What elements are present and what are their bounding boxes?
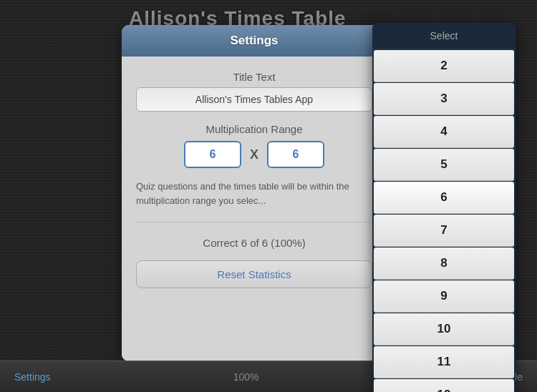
select-item-6[interactable]: 6: [374, 182, 514, 214]
select-item-5[interactable]: 5: [374, 149, 514, 181]
range-to-input[interactable]: [267, 141, 324, 168]
select-item-4[interactable]: 4: [374, 116, 514, 148]
divider: [136, 222, 372, 222]
title-text-input[interactable]: [136, 87, 372, 112]
zoom-level: 100%: [233, 371, 259, 383]
title-text-section: Title Text: [136, 71, 372, 112]
select-item-10[interactable]: 10: [374, 313, 514, 346]
select-item-11[interactable]: 11: [374, 346, 514, 378]
range-x-label: X: [250, 147, 258, 162]
settings-header: Settings: [122, 25, 387, 57]
select-item-8[interactable]: 8: [374, 248, 514, 280]
select-panel: Select 2 3 4 5 6 7 8 9 10 11 12: [372, 23, 516, 392]
settings-toolbar-button[interactable]: Settings: [14, 371, 51, 383]
stats-label: Correct 6 of 6 (100%): [136, 237, 372, 249]
select-item-12[interactable]: 12: [374, 379, 514, 392]
select-panel-header: Select: [372, 23, 516, 49]
range-description: Quiz questions and the times table will …: [136, 180, 372, 207]
multiplication-range-label: Multiplication Range: [136, 123, 372, 135]
multiplication-range-section: Multiplication Range X: [136, 123, 372, 168]
select-item-2[interactable]: 2: [374, 50, 514, 82]
reset-statistics-button[interactable]: Reset Statistics: [136, 260, 372, 288]
settings-panel: Settings Title Text Multiplication Range…: [122, 25, 387, 361]
settings-content: Title Text Multiplication Range X Quiz q…: [122, 57, 387, 361]
range-from-input[interactable]: [184, 141, 241, 168]
select-item-9[interactable]: 9: [374, 280, 514, 313]
range-row: X: [136, 141, 372, 168]
select-item-7[interactable]: 7: [374, 215, 514, 247]
title-text-label: Title Text: [136, 71, 372, 83]
select-item-3[interactable]: 3: [374, 83, 514, 115]
